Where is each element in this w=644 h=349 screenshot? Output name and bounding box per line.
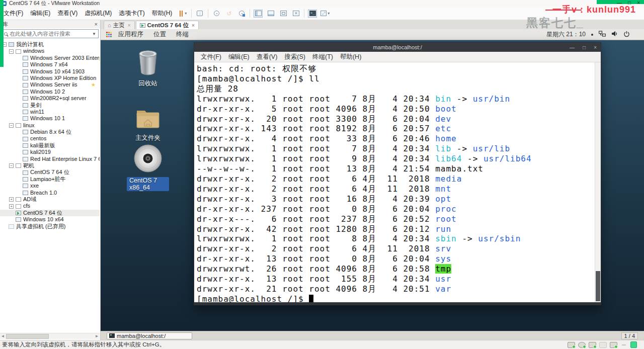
vm-tree-item-3[interactable]: Windows 7 x64: [0, 61, 100, 68]
pause-vm-button[interactable]: ▾: [179, 10, 188, 18]
vmware-menu-item-5[interactable]: 帮助(H): [148, 7, 176, 20]
terminal-menu-item-2[interactable]: 查看(V): [253, 53, 281, 61]
terminal-menu-item-3[interactable]: 搜索(S): [281, 53, 309, 61]
vm-tree-item-2[interactable]: Windows Server 2003 Enterprise Edit: [0, 55, 100, 61]
send-ctrl-alt-del-button[interactable]: ↓: [195, 10, 204, 18]
vmware-menu-item-3[interactable]: 虚拟机(M): [81, 7, 115, 20]
workspace-pager[interactable]: 1 / 4: [621, 332, 638, 339]
desktop-icon-trash[interactable]: 回收站: [127, 49, 169, 88]
cd-dvd-icon[interactable]: [578, 342, 586, 348]
terminal-close-button[interactable]: ×: [594, 45, 597, 50]
scrollbar-thumb[interactable]: [6, 334, 49, 339]
vm-tree-item-24[interactable]: +cfs: [0, 203, 100, 209]
search-dropdown-icon[interactable]: ▼: [92, 32, 96, 36]
tab-home[interactable]: ⌂主页×: [104, 21, 135, 29]
vm-tree-item-11[interactable]: Windows 10 1: [0, 115, 100, 122]
vm-tree-item-22[interactable]: Breach 1.0: [0, 190, 100, 196]
vm-tree-item-15[interactable]: kali最新版: [0, 142, 100, 149]
terminal-menu-item-1[interactable]: 编辑(E): [225, 53, 253, 61]
sound-icon[interactable]: [610, 342, 617, 348]
volume-icon[interactable]: [611, 31, 618, 38]
vm-tree-item-8[interactable]: Win2008R2+sql server: [0, 95, 100, 102]
terminal-minimize-button[interactable]: —: [570, 45, 575, 50]
terminal-scrollbar[interactable]: [595, 62, 601, 302]
desktop-icon-label: CentOS 7 x86_64: [127, 177, 169, 191]
vmware-menu-item-0[interactable]: 文件(F): [0, 7, 27, 20]
expand-icon[interactable]: +: [9, 204, 14, 209]
expand-icon[interactable]: +: [9, 197, 14, 202]
enter-unity-button[interactable]: ✕: [291, 10, 300, 18]
collapse-icon[interactable]: −: [9, 49, 14, 54]
vm-tree-item-17[interactable]: Red Hat Enterprise Linux 7 64 位: [0, 156, 100, 162]
terminal-menu-item-4[interactable]: 终端(T): [309, 53, 337, 61]
vmware-close-button[interactable]: ×: [637, 0, 640, 6]
vm-icon: [23, 150, 28, 154]
scrollbar-thumb[interactable]: [596, 271, 600, 301]
vmware-menu-item-2[interactable]: 查看(V): [54, 7, 81, 20]
vm-tree-item-14[interactable]: centos: [0, 135, 100, 142]
stretch-guest-button[interactable]: ⤢▾: [320, 10, 330, 18]
vm-tree-item-18[interactable]: −靶机: [0, 162, 100, 169]
vm-tree-item-16[interactable]: kali2019: [0, 149, 100, 155]
vm-tree-item-9[interactable]: 曼剑: [0, 102, 100, 109]
snapshot-manager-button[interactable]: [237, 10, 246, 18]
collapse-icon[interactable]: −: [9, 163, 14, 168]
hard-disk-icon[interactable]: [568, 342, 575, 348]
vm-tree-item-23[interactable]: +AD域: [0, 196, 100, 203]
vm-tree-item-6[interactable]: Windows Server iis★: [0, 81, 100, 88]
toolbar-separator: [191, 9, 192, 18]
show-thumbnail-bar-button[interactable]: [266, 10, 275, 18]
terminal-menu-item-0[interactable]: 文件(F): [197, 53, 225, 61]
vm-tree-item-12[interactable]: −linux: [0, 122, 100, 129]
network-icon[interactable]: [599, 31, 606, 38]
vmware-titlebar: CentOS 7 64 位 - VMware Workstation —□×: [0, 0, 644, 7]
terminal-titlebar[interactable]: mamba@localhost:/ —□×: [194, 43, 601, 52]
taskbar-window-button[interactable]: mamba@localhost:/: [107, 332, 192, 339]
tab-close-icon[interactable]: ×: [192, 23, 195, 28]
search-input[interactable]: [10, 31, 90, 37]
terminal-menu-item-5[interactable]: 帮助(H): [337, 53, 365, 61]
vm-tree-item-13[interactable]: Debian 8.x 64 位: [0, 129, 100, 135]
desktop-icon-cdrom[interactable]: CentOS 7 x86_64: [127, 144, 169, 191]
file-name: media: [435, 174, 462, 184]
power-icon[interactable]: [623, 31, 630, 39]
tab-centos-7-64[interactable]: CentOS 7 64 位×: [136, 21, 199, 29]
message-log-icon[interactable]: [630, 341, 637, 348]
vmware-minimize-button[interactable]: —: [617, 0, 622, 6]
vmware-menu-item-1[interactable]: 编辑(E): [27, 7, 54, 20]
vm-tree-item-5[interactable]: Windows XP Home Edition: [0, 75, 100, 81]
network-adapter-icon[interactable]: [589, 342, 596, 348]
collapse-icon[interactable]: −: [9, 123, 14, 128]
vm-tree-item-27[interactable]: 共享虚拟机 (已弃用): [0, 223, 100, 230]
show-library-button[interactable]: [254, 10, 263, 18]
sidebar-horizontal-scrollbar[interactable]: ◄ ►: [0, 333, 100, 339]
tab-close-icon[interactable]: ×: [128, 23, 131, 28]
revert-snapshot-button[interactable]: ↺: [224, 10, 233, 18]
panel-clock[interactable]: 星期六 21：10: [546, 30, 586, 39]
vm-tree-item-20[interactable]: Lampiao+脏牛: [0, 176, 100, 183]
vm-tree-item-0[interactable]: −我的计算机: [0, 41, 100, 48]
scroll-right-icon[interactable]: ►: [94, 334, 100, 338]
panel-menu-item-1[interactable]: 位置: [148, 30, 171, 39]
vmware-menu-item-4[interactable]: 选项卡(T): [115, 7, 148, 20]
terminal-body[interactable]: bash: cd: root: 权限不够[mamba@localhost /]$…: [194, 62, 601, 302]
enter-fullscreen-button[interactable]: [279, 10, 288, 18]
panel-menu-item-0[interactable]: 应用程序: [113, 30, 148, 39]
scroll-left-icon[interactable]: ◄: [0, 334, 6, 338]
library-close-icon[interactable]: ×: [95, 21, 98, 27]
vm-tree-item-21[interactable]: xxe: [0, 183, 100, 189]
panel-menu-item-2[interactable]: 终端: [171, 30, 194, 39]
vm-tree-item-19[interactable]: CentOS 7 64 位: [0, 169, 100, 176]
terminal-maximize-button[interactable]: □: [583, 45, 586, 50]
desktop-icon-home-folder[interactable]: 主文件夹: [127, 107, 169, 142]
vm-tree-item-26[interactable]: Windows 10 x64: [0, 216, 100, 223]
printer-icon[interactable]: [599, 342, 607, 348]
vmware-maximize-button[interactable]: □: [628, 0, 631, 6]
vm-tree-item-4[interactable]: Windows 10 x64 1903: [0, 68, 100, 75]
vm-tree-item-7[interactable]: Windows 10 2: [0, 89, 100, 95]
console-view-button[interactable]: >_: [308, 10, 317, 18]
vm-tree-item-1[interactable]: −windows: [0, 48, 100, 54]
take-snapshot-button[interactable]: [212, 10, 221, 18]
vm-tree-item-25[interactable]: CentOS 7 64 位: [0, 210, 100, 216]
vm-tree-item-10[interactable]: win11: [0, 109, 100, 115]
